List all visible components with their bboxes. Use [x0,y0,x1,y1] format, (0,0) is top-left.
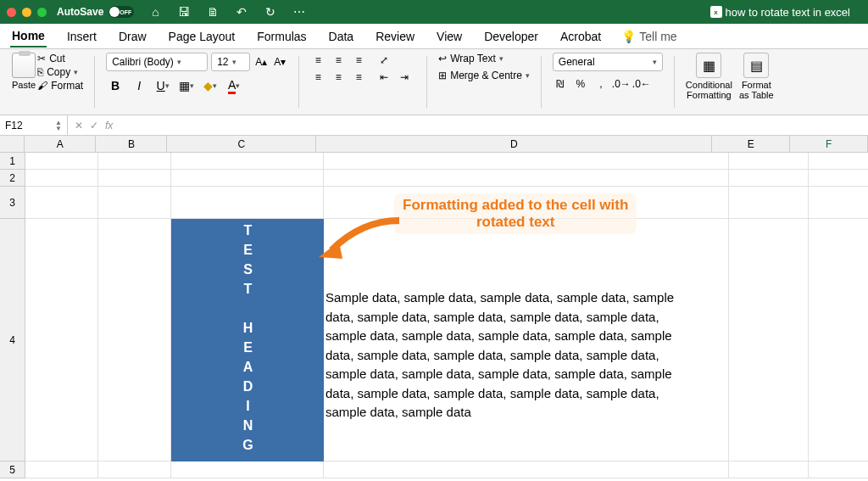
align-left-icon[interactable]: ≡ [310,70,326,85]
format-as-table-button[interactable]: ▤ Format as Table [739,53,774,100]
close-window[interactable] [7,8,16,17]
cancel-icon[interactable]: ✕ [75,120,83,131]
align-middle-icon[interactable]: ≡ [331,53,346,68]
rotated-heading-cell[interactable]: TEST HEADING [171,219,324,461]
tab-data[interactable]: Data [327,26,356,47]
tab-insert[interactable]: Insert [65,26,98,47]
underline-button[interactable]: U▾ [153,76,172,95]
sample-data-cell[interactable]: Sample data, sample data, sample data, s… [326,288,688,422]
decrease-decimal-icon[interactable]: .0← [634,76,649,92]
scissors-icon: ✂ [37,53,46,64]
number-format-select[interactable]: General▾ [553,53,663,71]
row-headers: 12345 [0,153,25,478]
document-icon[interactable]: 🗎 [203,3,222,21]
col-header-B[interactable]: B [96,136,167,152]
currency-icon[interactable]: ₪ [553,76,568,92]
italic-button[interactable]: I [130,76,148,95]
comma-icon[interactable]: , [593,76,609,92]
col-header-E[interactable]: E [712,136,790,152]
minimize-window[interactable] [22,8,31,17]
format-table-icon: ▤ [743,53,769,78]
merge-icon: ⊞ [438,70,447,81]
chevron-down-icon: ﹀ [854,7,861,18]
callout-text: Formatting added to the cell with rotate… [394,193,637,234]
document-title[interactable]: x how to rotate text in excel ﹀ [710,6,861,19]
toggle-switch[interactable]: OFF [108,6,134,18]
callout-arrow [319,216,403,271]
font-group: Calibri (Body)▾ 12▾ A▴ A▾ B I U▾ ▦▾ ◆▾ A… [101,53,292,111]
decrease-font-icon[interactable]: A▾ [272,54,287,70]
bold-button[interactable]: B [106,76,125,95]
tab-home[interactable]: Home [10,25,47,48]
redo-icon[interactable]: ↻ [261,3,280,21]
format-painter-button[interactable]: 🖌Format [37,80,83,92]
tell-me[interactable]: 💡 Tell me [621,30,676,43]
tab-acrobat[interactable]: Acrobat [559,26,603,47]
autosave-toggle[interactable]: AutoSave OFF [57,6,134,18]
confirm-icon[interactable]: ✓ [90,120,98,131]
autosave-label: AutoSave [57,6,103,18]
save-icon[interactable]: 🖫 [175,3,193,21]
align-right-icon[interactable]: ≡ [351,70,366,85]
maximize-window[interactable] [37,8,47,17]
lightbulb-icon: 💡 [621,30,636,43]
formula-bar: F12 ▲▼ ✕ ✓ fx [0,115,868,136]
tab-draw[interactable]: Draw [117,26,148,47]
wrap-text-button[interactable]: ↩Wrap Text▾ [438,53,530,64]
increase-decimal-icon[interactable]: .0→ [614,76,629,92]
col-header-C[interactable]: C [167,136,316,152]
wrap-merge-group: ↩Wrap Text▾ ⊞Merge & Centre▾ [433,53,535,111]
home-icon[interactable]: ⌂ [146,3,164,21]
col-header-A[interactable]: A [25,136,96,152]
wrap-icon: ↩ [438,53,447,64]
col-header-D[interactable]: D [316,136,712,152]
fill-color-button[interactable]: ◆▾ [201,76,220,95]
font-name-select[interactable]: Calibri (Body)▾ [106,53,208,71]
col-header-F[interactable]: F [790,136,868,152]
tab-review[interactable]: Review [374,26,416,47]
titlebar: AutoSave OFF ⌂ 🖫 🗎 ↶ ↻ ⋯ x how to rotate… [0,0,868,24]
conditional-formatting-button[interactable]: ▦ Conditional Formatting [686,53,732,100]
merge-centre-button[interactable]: ⊞Merge & Centre▾ [438,70,530,81]
tab-developer[interactable]: Developer [482,26,540,47]
row-header-3[interactable]: 3 [0,187,25,219]
tab-view[interactable]: View [435,26,464,47]
rotated-heading-text: TEST HEADING [240,223,255,457]
select-all-corner[interactable] [0,136,25,152]
ribbon: Paste ✂Cut ⎘Copy▾ 🖌Format Calibri (Body)… [0,49,868,115]
align-center-icon[interactable]: ≡ [331,70,346,85]
row-header-2[interactable]: 2 [0,170,25,187]
quick-access-toolbar: ⌂ 🖫 🗎 ↶ ↻ ⋯ [146,3,309,21]
name-box[interactable]: F12 ▲▼ [0,115,68,135]
row-header-1[interactable]: 1 [0,153,25,170]
increase-font-icon[interactable]: A▴ [253,54,269,70]
svg-marker-0 [319,242,342,259]
row-header-5[interactable]: 5 [0,461,25,478]
tab-formulas[interactable]: Formulas [255,26,308,47]
clipboard-group: Paste ✂Cut ⎘Copy▾ 🖌Format [7,53,88,111]
border-button[interactable]: ▦▾ [177,76,196,95]
column-headers: ABCDEF [0,136,868,153]
orientation-icon[interactable]: ⤢ [376,53,392,68]
percent-icon[interactable]: % [573,76,588,92]
cut-button[interactable]: ✂Cut [37,53,83,64]
copy-icon: ⎘ [37,66,43,78]
font-size-select[interactable]: 12▾ [211,53,250,71]
copy-button[interactable]: ⎘Copy▾ [37,66,83,78]
decrease-indent-icon[interactable]: ⇤ [376,70,392,85]
row-header-4[interactable]: 4 [0,219,25,461]
brush-icon: 🖌 [37,80,47,92]
fx-icon[interactable]: fx [105,120,113,131]
increase-indent-icon[interactable]: ⇥ [397,70,412,85]
align-bottom-icon[interactable]: ≡ [351,53,366,68]
undo-icon[interactable]: ↶ [232,3,251,21]
tab-page-layout[interactable]: Page Layout [167,26,237,47]
align-top-icon[interactable]: ≡ [310,53,326,68]
paste-button[interactable]: Paste [12,53,36,90]
window-controls [7,8,47,17]
font-color-button[interactable]: A▾ [225,76,243,95]
styles-group: ▦ Conditional Formatting ▤ Format as Tab… [681,53,779,111]
more-icon[interactable]: ⋯ [290,3,309,21]
alignment-group: ≡ ≡ ≡ ≡ ≡ ≡ ⤢ ⇤ ⇥ [305,53,420,111]
paste-icon [12,53,36,78]
